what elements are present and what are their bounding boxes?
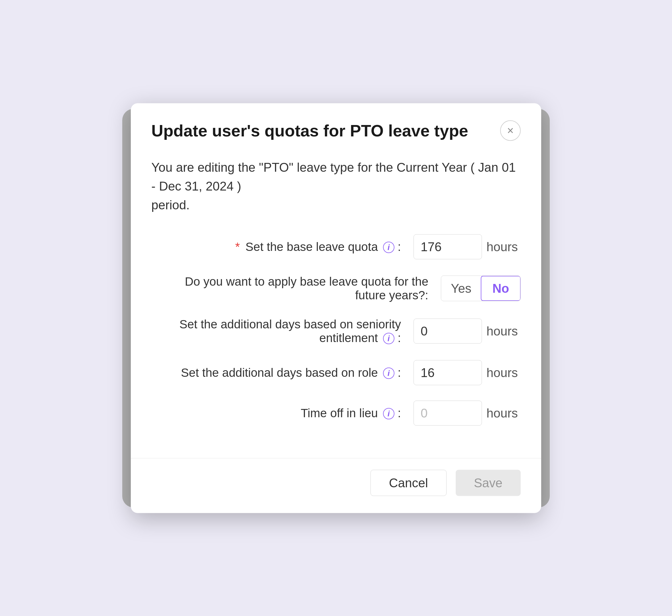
role-field-group: hours: [414, 360, 521, 385]
role-input[interactable]: [414, 360, 482, 385]
required-star: *: [235, 240, 240, 253]
role-row: Set the additional days based on role i …: [151, 360, 521, 385]
apply-future-row: Do you want to apply base leave quota fo…: [151, 275, 521, 302]
seniority-field-group: hours: [414, 318, 521, 343]
toil-label: Time off in lieu i :: [151, 406, 407, 420]
toil-field-group: hours: [414, 400, 521, 425]
yes-button[interactable]: Yes: [441, 276, 481, 301]
base-quota-info-icon[interactable]: i: [383, 242, 395, 253]
seniority-label: Set the additional days based on seniori…: [151, 317, 407, 345]
dialog-body: You are editing the "PTO" leave type for…: [131, 152, 541, 458]
base-quota-row: * Set the base leave quota i : hours: [151, 234, 521, 259]
page-wrapper: filt si 04 ID D 'ue lot Update user's qu…: [0, 0, 672, 616]
toil-row: Time off in lieu i : hours: [151, 400, 521, 425]
seniority-input[interactable]: [414, 318, 482, 343]
dialog-title: Update user's quotas for PTO leave type: [151, 121, 468, 140]
base-quota-input[interactable]: [414, 234, 482, 259]
cancel-button[interactable]: Cancel: [371, 470, 447, 496]
toil-input[interactable]: [414, 400, 482, 425]
base-quota-field-group: hours: [414, 234, 521, 259]
no-button[interactable]: No: [481, 276, 521, 301]
role-label: Set the additional days based on role i …: [151, 366, 407, 379]
role-info-icon[interactable]: i: [383, 368, 395, 379]
yes-no-toggle: Yes No: [441, 275, 521, 301]
close-button[interactable]: ×: [500, 120, 521, 141]
save-button[interactable]: Save: [456, 470, 521, 496]
apply-future-label: Do you want to apply base leave quota fo…: [151, 275, 434, 302]
dialog-footer: Cancel Save: [131, 458, 541, 513]
seniority-unit: hours: [487, 324, 521, 338]
toil-info-icon[interactable]: i: [383, 408, 395, 419]
seniority-info-icon[interactable]: i: [383, 333, 395, 344]
seniority-row: Set the additional days based on seniori…: [151, 317, 521, 345]
apply-future-field-group: Yes No: [441, 275, 521, 301]
dialog: Update user's quotas for PTO leave type …: [131, 103, 541, 513]
toil-unit: hours: [487, 406, 521, 420]
base-quota-label: * Set the base leave quota i :: [151, 240, 407, 253]
base-quota-unit: hours: [487, 240, 521, 254]
dialog-description: You are editing the "PTO" leave type for…: [151, 158, 521, 214]
modal-overlay: Update user's quotas for PTO leave type …: [131, 103, 541, 513]
role-unit: hours: [487, 365, 521, 380]
dialog-header: Update user's quotas for PTO leave type …: [131, 103, 541, 152]
close-icon: ×: [507, 124, 514, 137]
